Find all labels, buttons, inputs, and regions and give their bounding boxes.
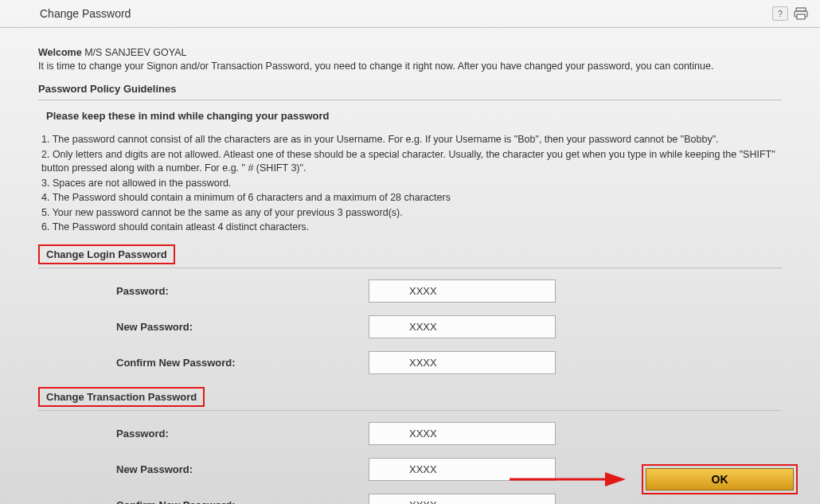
policy-rule: 6. The Password should contain atleast 4… [41,221,782,235]
txn-password-row: Password: [38,422,782,445]
txn-password-label: Password: [38,428,369,440]
login-newpassword-input[interactable] [369,315,556,338]
txn-confirm-input[interactable] [369,494,556,505]
policy-rule: 4. The Password should contain a minimum… [41,191,782,205]
action-bar: OK [508,464,798,494]
welcome-label: Welcome [38,47,82,58]
txn-newpassword-label: New Password: [38,463,369,475]
page-title: Change Password [11,7,131,20]
policy-heading: Password Policy Guidelines [38,83,782,100]
welcome-line: Welcome M/S SANJEEV GOYAL [38,47,782,58]
content-area: Welcome M/S SANJEEV GOYAL It is time to … [0,28,820,504]
policy-reminder: Please keep these in mind while changing… [38,110,782,122]
login-password-input[interactable] [369,279,556,303]
print-icon[interactable] [793,6,809,21]
ok-button[interactable]: OK [646,468,794,490]
welcome-username: M/S SANJEEV GOYAL [84,47,186,58]
txn-section-bar: Change Transaction Password [38,387,782,411]
login-password-row: Password: [38,279,782,303]
txn-password-input[interactable] [369,422,556,445]
ok-highlight: OK [642,464,798,494]
annotation-arrow-icon [508,467,627,491]
svg-rect-0 [796,8,806,11]
svg-rect-2 [797,14,805,19]
login-newpassword-row: New Password: [38,315,782,338]
txn-confirm-row: Confirm New Password: [38,494,782,505]
login-section-bar: Change Login Password [38,244,782,268]
policy-rule: 3. Spaces are not allowed in the passwor… [41,177,782,191]
txn-confirm-label: Confirm New Password: [38,499,369,505]
policy-rules: 1. The password cannot consist of all th… [38,133,782,235]
policy-rule: 5. Your new password cannot be the same … [41,206,782,221]
login-section-title: Change Login Password [38,244,175,264]
header-icons: ? [772,6,809,21]
login-confirm-label: Confirm New Password: [38,357,369,369]
help-icon[interactable]: ? [772,6,788,21]
login-newpassword-label: New Password: [38,321,369,333]
login-confirm-row: Confirm New Password: [38,351,782,374]
login-password-label: Password: [38,285,369,297]
login-confirm-input[interactable] [369,351,556,374]
intro-text: It is time to change your Signon and/or … [38,61,782,72]
svg-marker-4 [605,472,626,486]
policy-rule: 2. Only letters and digits are not allow… [41,148,782,176]
txn-section-title: Change Transaction Password [38,387,205,407]
policy-rule: 1. The password cannot consist of all th… [41,133,782,147]
page-header: Change Password ? [0,0,820,28]
